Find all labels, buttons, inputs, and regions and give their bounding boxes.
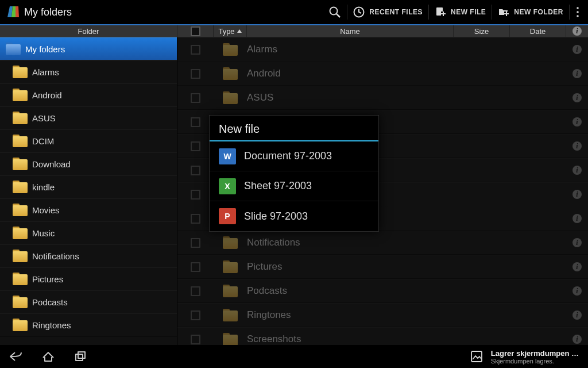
column-header-folder[interactable]: Folder bbox=[0, 25, 177, 37]
sidebar-item-label: Download bbox=[32, 159, 71, 169]
folder-icon bbox=[13, 66, 28, 78]
sidebar-item-label: DCIM bbox=[32, 136, 54, 146]
row-checkbox[interactable] bbox=[191, 45, 200, 55]
row-checkbox[interactable] bbox=[191, 117, 200, 127]
overflow-icon bbox=[573, 6, 582, 18]
info-icon[interactable]: i bbox=[572, 93, 582, 102]
row-checkbox[interactable] bbox=[191, 262, 200, 272]
column-header-select-all[interactable] bbox=[177, 25, 214, 37]
back-button[interactable] bbox=[0, 345, 32, 368]
sidebar-item-android[interactable]: Android bbox=[0, 83, 177, 106]
row-name: Android bbox=[247, 68, 454, 79]
info-icon: i bbox=[572, 26, 582, 36]
row-checkbox[interactable] bbox=[191, 166, 200, 175]
table-row[interactable]: ASUSi bbox=[177, 86, 588, 110]
table-row[interactable]: Picturesi bbox=[177, 255, 588, 279]
table-row[interactable]: Screenshotsi bbox=[177, 327, 588, 345]
folder-icon bbox=[13, 112, 28, 124]
info-icon[interactable]: i bbox=[572, 238, 582, 247]
table-row[interactable]: Notificationsi bbox=[177, 231, 588, 255]
info-icon[interactable]: i bbox=[572, 335, 582, 344]
svg-marker-2 bbox=[16, 6, 19, 17]
folder-icon bbox=[13, 319, 28, 331]
column-header-type[interactable]: Type bbox=[214, 25, 247, 37]
sidebar-item-label: Podcasts bbox=[32, 297, 68, 307]
column-header-size[interactable]: Size bbox=[454, 25, 510, 37]
folder-icon bbox=[6, 43, 21, 55]
row-checkbox[interactable] bbox=[191, 238, 200, 248]
info-icon[interactable]: i bbox=[572, 190, 582, 199]
folder-icon bbox=[223, 236, 238, 249]
info-icon[interactable]: i bbox=[572, 45, 582, 54]
info-icon[interactable]: i bbox=[572, 310, 582, 320]
info-icon[interactable]: i bbox=[572, 117, 582, 126]
folder-icon bbox=[223, 285, 238, 297]
svg-point-10 bbox=[577, 11, 579, 13]
info-icon[interactable]: i bbox=[572, 141, 582, 151]
dialog-option-label: Document 97-2003 bbox=[244, 150, 332, 162]
row-name: Screenshots bbox=[247, 334, 454, 345]
sidebar-item-pictures[interactable]: Pictures bbox=[0, 267, 177, 290]
svg-rect-13 bbox=[78, 352, 85, 358]
new-file-button[interactable]: NEW FILE bbox=[429, 0, 492, 25]
folder-icon bbox=[223, 91, 238, 104]
system-nav-bar: Lagrer skjermdumpen … Skjermdumpen lagre… bbox=[0, 345, 588, 368]
table-row[interactable]: Androidi bbox=[177, 62, 588, 86]
row-checkbox[interactable] bbox=[191, 286, 200, 296]
svg-rect-12 bbox=[76, 354, 83, 361]
sidebar-item-label: Music bbox=[32, 228, 55, 238]
screenshot-notification[interactable]: Lagrer skjermdumpen … Skjermdumpen lagre… bbox=[463, 347, 588, 367]
row-checkbox[interactable] bbox=[191, 93, 200, 103]
table-row[interactable]: Podcastsi bbox=[177, 279, 588, 303]
sidebar-item-movies[interactable]: Movies bbox=[0, 198, 177, 221]
sidebar-item-notifications[interactable]: Notifications bbox=[0, 244, 177, 267]
dialog-option-slide[interactable]: P Slide 97-2003 bbox=[210, 201, 378, 231]
sidebar-item-podcasts[interactable]: Podcasts bbox=[0, 290, 177, 313]
select-all-checkbox[interactable] bbox=[191, 26, 200, 36]
info-icon[interactable]: i bbox=[572, 166, 582, 175]
new-file-icon bbox=[435, 6, 446, 18]
info-icon[interactable]: i bbox=[572, 262, 582, 271]
recent-files-button[interactable]: RECENT FILES bbox=[347, 0, 428, 25]
search-icon bbox=[328, 6, 341, 18]
column-header-info[interactable]: i bbox=[566, 25, 588, 37]
sidebar-item-dcim[interactable]: DCIM bbox=[0, 129, 177, 152]
folder-icon bbox=[13, 89, 28, 101]
dialog-option-document[interactable]: W Document 97-2003 bbox=[210, 141, 378, 171]
table-row[interactable]: Alarmsi bbox=[177, 37, 588, 62]
svg-point-3 bbox=[330, 7, 338, 15]
sidebar-item-asus[interactable]: ASUS bbox=[0, 106, 177, 129]
row-name: Notifications bbox=[247, 237, 454, 248]
info-icon[interactable]: i bbox=[572, 214, 582, 223]
row-checkbox[interactable] bbox=[191, 335, 200, 344]
row-checkbox[interactable] bbox=[191, 69, 200, 79]
column-header-date[interactable]: Date bbox=[510, 25, 566, 37]
overflow-menu-button[interactable] bbox=[570, 0, 586, 25]
row-checkbox[interactable] bbox=[191, 310, 200, 320]
sidebar-item-download[interactable]: Download bbox=[0, 152, 177, 175]
sidebar-item-alarms[interactable]: Alarms bbox=[0, 60, 177, 83]
word-icon: W bbox=[219, 148, 236, 164]
info-icon[interactable]: i bbox=[572, 286, 582, 296]
table-row[interactable]: Ringtonesi bbox=[177, 303, 588, 327]
column-header-name[interactable]: Name bbox=[247, 25, 454, 37]
sidebar-item-my-folders[interactable]: My folders bbox=[0, 37, 177, 60]
row-checkbox[interactable] bbox=[191, 214, 200, 224]
folder-icon bbox=[223, 333, 238, 345]
folder-icon bbox=[223, 67, 238, 80]
notification-title: Lagrer skjermdumpen … bbox=[491, 349, 579, 358]
new-folder-button[interactable]: NEW FOLDER bbox=[492, 0, 569, 25]
info-icon[interactable]: i bbox=[572, 69, 582, 78]
row-checkbox[interactable] bbox=[191, 190, 200, 200]
row-checkbox[interactable] bbox=[191, 141, 200, 151]
powerpoint-icon: P bbox=[219, 208, 236, 224]
sidebar-item-kindle[interactable]: kindle bbox=[0, 175, 177, 198]
sidebar-item-music[interactable]: Music bbox=[0, 221, 177, 244]
sidebar-item-ringtones[interactable]: Ringtones bbox=[0, 313, 177, 336]
dialog-option-sheet[interactable]: X Sheet 97-2003 bbox=[210, 171, 378, 201]
search-button[interactable] bbox=[323, 0, 347, 25]
sidebar-item-label: Pictures bbox=[32, 274, 63, 284]
folder-icon bbox=[13, 181, 28, 193]
home-button[interactable] bbox=[32, 345, 64, 368]
recents-button[interactable] bbox=[64, 345, 96, 368]
